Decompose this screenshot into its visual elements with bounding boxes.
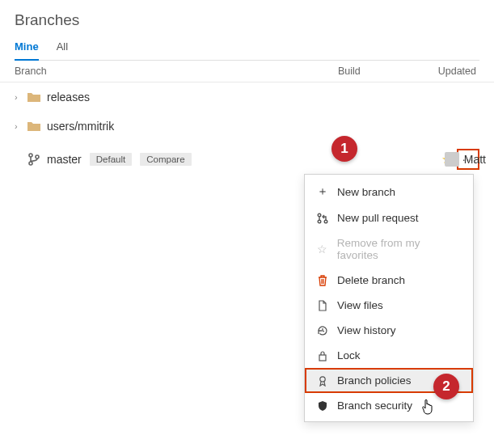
menu-label: Delete branch [337, 274, 405, 286]
branch-row-users[interactable]: › users/mmitrik [0, 112, 494, 141]
lock-icon [316, 350, 329, 361]
menu-lock[interactable]: Lock [305, 343, 473, 368]
menu-view-history[interactable]: View history [305, 318, 473, 343]
svg-point-7 [320, 376, 325, 381]
branch-label[interactable]: master [42, 153, 82, 166]
default-badge: Default [90, 153, 132, 166]
chevron-right-icon[interactable]: › [15, 92, 26, 102]
author-name[interactable]: Matt [464, 153, 486, 166]
svg-point-3 [318, 213, 321, 217]
svg-point-2 [36, 155, 39, 158]
shield-icon [316, 400, 329, 412]
avatar [445, 152, 459, 167]
menu-label: Lock [337, 349, 361, 361]
chevron-right-icon[interactable]: › [15, 121, 26, 131]
svg-point-5 [324, 220, 327, 223]
svg-point-0 [29, 154, 32, 157]
file-icon [316, 300, 329, 311]
menu-label: Branch policies [337, 374, 412, 387]
menu-view-files[interactable]: View files [305, 293, 473, 318]
plus-icon: ＋ [316, 184, 329, 199]
pull-request-icon [316, 213, 329, 224]
star-outline-icon: ☆ [316, 243, 329, 256]
menu-remove-favorite: ☆ Remove from my favorites [305, 230, 473, 268]
page-title: Branches [15, 11, 479, 29]
col-build[interactable]: Build [338, 66, 435, 77]
menu-label: View history [337, 324, 396, 336]
branch-row-releases[interactable]: › releases [0, 82, 494, 112]
annotation-callout-2: 2 [433, 374, 459, 399]
branch-folder-label[interactable]: releases [42, 91, 90, 104]
menu-delete-branch[interactable]: Delete branch [305, 268, 473, 293]
branch-row-master[interactable]: master Default Compare ★ ··· Matt [0, 141, 494, 178]
branch-folder-label[interactable]: users/mmitrik [42, 120, 114, 133]
menu-new-branch[interactable]: ＋ New branch [305, 178, 473, 205]
col-updated[interactable]: Updated [435, 66, 479, 77]
tab-all[interactable]: All [57, 37, 68, 60]
menu-label: New branch [337, 186, 395, 198]
tab-mine[interactable]: Mine [15, 37, 39, 61]
menu-label: View files [337, 299, 383, 311]
tabs: Mine All [15, 37, 479, 61]
policy-medal-icon [316, 375, 329, 387]
folder-icon [26, 91, 42, 103]
menu-label: Branch security [337, 399, 412, 412]
menu-label: New pull request [337, 212, 419, 224]
svg-rect-6 [319, 355, 326, 361]
col-branch[interactable]: Branch [15, 66, 338, 77]
svg-point-1 [29, 162, 32, 165]
menu-new-pull-request[interactable]: New pull request [305, 205, 473, 230]
branch-icon [26, 153, 42, 166]
compare-badge: Compare [140, 153, 191, 166]
column-headers: Branch Build Updated [0, 61, 494, 82]
svg-point-4 [318, 220, 321, 223]
menu-label: Remove from my favorites [337, 237, 462, 261]
folder-icon [26, 120, 42, 132]
annotation-callout-1: 1 [331, 136, 357, 162]
trash-icon [316, 275, 329, 286]
history-icon [316, 325, 329, 336]
